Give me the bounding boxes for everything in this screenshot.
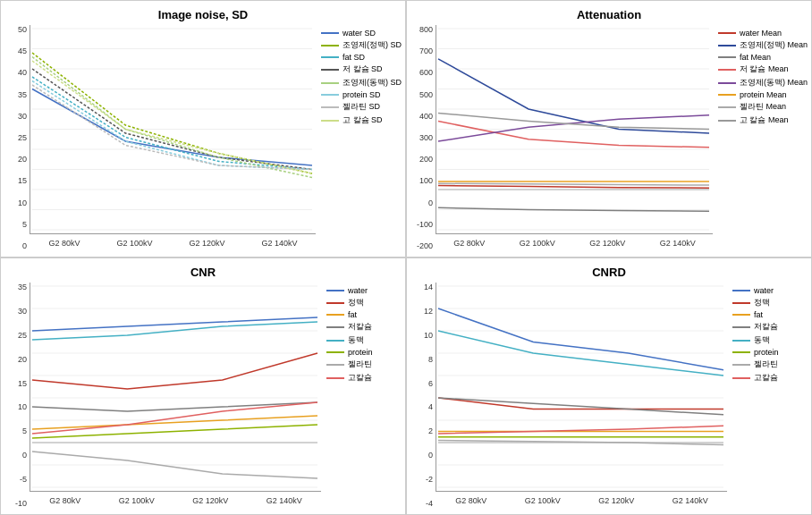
legend-line-color [326,377,344,379]
legend-item: 젤라틴 Mean [718,101,808,113]
x-labels-cnr: G2 80kVG2 100kVG2 120kVG2 140kV [30,496,321,505]
legend-line-color [732,340,750,342]
y-axis-label: 5 [22,426,27,435]
legend-label: water [348,286,368,295]
legend-item: 조영제(정맥) Mean [718,39,808,51]
y-axis-cnr: 35302520151050-5-10 [4,283,30,508]
legend-item: 동맥 [326,334,402,346]
y-axis-label: -100 [417,220,433,229]
legend-label: 저 칼슘 Mean [740,63,789,75]
y-axis-label: -200 [417,241,433,250]
legend-item: 고 칼슘 SD [321,114,402,126]
chart-cnr: CNR 35302520151050-5-10 G2 80kVG2 100kVG… [0,258,406,515]
legend-item: 고 칼슘 Mean [718,114,808,126]
x-axis-label: G2 100kV [119,496,155,505]
legend-line-color [732,314,750,316]
y-axis-label: 2 [428,426,433,435]
y-axis-label: 25 [18,133,27,142]
y-axis-label: 300 [419,133,433,142]
x-axis-label: G2 80kV [453,239,485,248]
y-axis-label: 10 [424,331,433,340]
x-axis-label: G2 100kV [116,239,152,248]
y-axis-label: 14 [424,283,433,291]
chart-series-line [438,398,723,409]
y-axis-label: 100 [419,176,433,185]
y-axis-label: 15 [18,176,27,185]
plot-cnr: G2 80kVG2 100kVG2 120kVG2 140kV [30,283,321,492]
legend-item: fat Mean [718,53,808,62]
legend-cnrd: water정맥fat저칼슘동맥protein젤라틴고칼슘 [727,283,808,508]
legend-item: 저 칼슘 SD [321,63,402,75]
legend-label: 저칼슘 [348,321,372,333]
chart-series-line [32,89,312,166]
legend-label: fat Mean [740,53,771,62]
y-axis-label: 8 [428,355,433,364]
y-axis-label: -10 [15,499,27,508]
legend-line-color [321,106,339,108]
chart-series-line [438,114,709,130]
plot-cnrd: G2 80kVG2 100kVG2 120kVG2 140kV [436,283,727,492]
legend-line-color [732,377,750,379]
legend-label: water SD [343,29,376,38]
legend-label: 고 칼슘 Mean [740,114,789,126]
svg-image-noise [30,25,316,233]
y-axis-label: 30 [18,112,27,121]
legend-item: water [732,286,808,295]
legend-label: 동맥 [754,334,770,346]
legend-line-color [321,56,339,58]
y-axis-label: -5 [20,475,27,484]
x-axis-label: G2 80kV [48,239,80,248]
chart-series-line [438,308,723,370]
legend-item: 저 칼슘 Mean [718,63,808,75]
legend-line-color [326,326,344,328]
x-axis-label: G2 120kV [598,496,634,505]
plot-image-noise: G2 80kVG2 100kVG2 120kVG2 140kV [30,25,316,234]
chart-series-line [32,57,312,178]
chart-series-line [438,59,709,133]
y-axis-label: 20 [18,355,27,364]
svg-cnrd [436,283,727,491]
chart-title-image-noise: Image noise, SD [4,8,402,21]
legend-label: 젤라틴 [754,359,778,370]
y-axis-label: 50 [18,25,27,34]
chart-series-line [438,426,723,434]
legend-line-color [326,351,344,353]
legend-line-color [718,32,736,34]
legend-label: protein SD [343,90,381,99]
legend-line-color [326,364,344,366]
legend-item: 조영제(정맥) SD [321,39,402,51]
legend-item: 고칼슘 [732,372,808,384]
chart-title-cnrd: CNRD [410,266,808,279]
x-axis-label: G2 120kV [192,496,228,505]
legend-label: water Mean [740,29,782,38]
y-axis-label: 0 [22,241,27,250]
x-labels-attenuation: G2 80kVG2 100kVG2 120kVG2 140kV [436,239,713,248]
legend-item: 조영제(동맥) Mean [718,77,808,89]
chart-image-noise: Image noise, SD 50454035302520151050 G2 … [0,0,406,258]
legend-line-color [718,82,736,84]
legend-item: water Mean [718,29,808,38]
y-axis-label: 15 [18,379,27,388]
legend-label: protein Mean [740,90,787,99]
y-axis-label: 12 [424,307,433,316]
chart-series-line [438,398,723,415]
legend-label: fat [754,310,763,319]
legend-line-color [321,45,339,46]
legend-label: 정맥 [348,297,364,308]
legend-label: 고 칼슘 SD [343,114,383,126]
legend-line-color [326,302,344,304]
svg-attenuation [436,25,713,233]
chart-series-line [32,353,317,389]
legend-item: 정맥 [326,297,402,308]
legend-item: 젤라틴 [326,359,402,370]
y-axis-label: 0 [22,451,27,460]
legend-label: 젤라틴 Mean [740,101,786,113]
y-axis-label: 30 [18,307,27,316]
y-axis-label: 600 [419,68,433,77]
y-axis-label: 700 [419,46,433,55]
chart-series-line [438,186,709,189]
legend-label: fat SD [343,53,365,62]
legend-line-color [718,94,736,96]
y-axis-label: 10 [18,402,27,411]
legend-line-color [718,106,736,108]
